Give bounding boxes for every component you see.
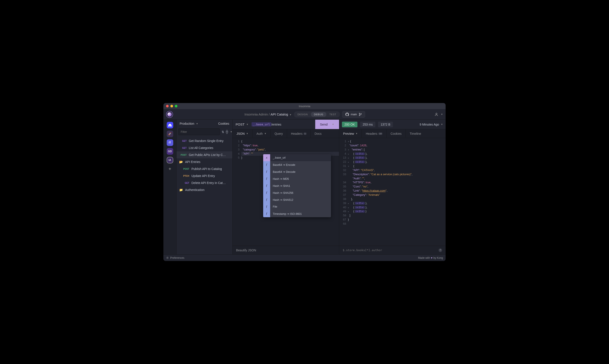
function-kind-icon: ƒ — [263, 189, 270, 196]
titlebar: Insomnia — [163, 103, 446, 109]
chevron-down-icon: ▼ — [196, 122, 198, 125]
method-badge: POST — [179, 154, 187, 156]
function-kind-icon: ƒ — [263, 210, 270, 217]
tab-timeline[interactable]: Timeline — [406, 129, 425, 138]
add-request-button[interactable]: + — [226, 130, 228, 134]
user-icon[interactable] — [435, 113, 438, 116]
tree-row[interactable]: GETList All Categories — [177, 144, 232, 151]
rail-workspace-gd[interactable]: GD — [167, 148, 173, 155]
close-icon[interactable] — [166, 105, 169, 107]
sort-icon[interactable]: ⇅ — [221, 130, 224, 134]
tree-folder[interactable]: 📁Authentication — [177, 186, 232, 193]
function-kind-icon: ƒ — [263, 175, 270, 182]
autocomplete-item[interactable]: ƒBase64 ⇒ Decode — [263, 168, 331, 175]
request-body-editor[interactable]: 1 2 3 4 5 { "https": true, "category": "… — [233, 138, 339, 246]
chevron-down-icon: ▼ — [441, 123, 443, 126]
history-dropdown[interactable]: 9 Minutes Ago▼ — [420, 123, 443, 126]
chevron-down-icon[interactable]: ▼ — [441, 113, 443, 116]
svg-point-0 — [359, 113, 360, 114]
variable-kind-icon: x — [263, 154, 270, 161]
request-tabs: JSON▼ Auth▼ Query Headers 1 Docs — [233, 129, 339, 138]
git-branch-button[interactable]: main — [342, 111, 365, 118]
tab-auth[interactable]: Auth▼ — [252, 129, 271, 138]
minimize-icon[interactable] — [170, 105, 173, 107]
breadcrumb-workspace: Insomnia Admin — [245, 112, 268, 116]
method-badge: GET — [179, 147, 187, 149]
url-variable-tag[interactable]: _.base_url — [252, 122, 271, 126]
code-content: ▾{ "count": 1426, ▾ "entries": [ ▸ { ↔ 7… — [348, 138, 446, 246]
help-icon[interactable]: ? — [439, 248, 442, 252]
rail-add-button[interactable]: + — [167, 166, 173, 172]
rail-rocket[interactable]: 🚀 — [167, 130, 173, 137]
tab-resp-cookies[interactable]: Cookies — [387, 129, 406, 138]
chevron-down-icon[interactable]: ▼ — [332, 123, 334, 126]
chevron-down-icon: ▼ — [246, 132, 248, 135]
svg-point-4 — [167, 257, 168, 258]
cookies-button[interactable]: Cookies — [218, 122, 229, 125]
chevron-down-icon: ▼ — [289, 114, 292, 116]
tree-row[interactable]: GETGet Random Single Entry — [177, 137, 232, 144]
autocomplete-item[interactable]: ƒFile — [263, 203, 331, 210]
autocomplete-item[interactable]: ƒHash ⇒ SHA256 — [263, 189, 331, 196]
tree-row[interactable]: POSTGet Public APIs List by C… — [177, 151, 232, 158]
chevron-down-icon: ▼ — [355, 132, 358, 135]
rail-home[interactable] — [167, 122, 173, 129]
tab-docs[interactable]: Docs — [311, 129, 325, 138]
environment-dropdown[interactable]: Production ▼ — [180, 122, 198, 125]
beautify-button[interactable]: Beautify JSON — [233, 246, 339, 254]
folder-open-icon: 📂 — [179, 160, 183, 164]
url-input[interactable]: _.base_url/entries — [252, 120, 315, 129]
app-window: Insomnia Insomnia Admin / API Catalog ▼ … — [163, 103, 446, 261]
response-body-editor[interactable]: 12341322313233 3435363738394049586768 ▾{… — [339, 138, 446, 246]
function-kind-icon: ƒ — [263, 182, 270, 189]
status-code-pill: 200 OK — [342, 122, 357, 127]
chevron-down-icon: ▼ — [264, 132, 266, 135]
filter-input[interactable] — [178, 129, 220, 135]
status-bar: 200 OK 253 ms 1372 B 9 Minutes Ago▼ — [339, 120, 446, 129]
rail-workspace-it[interactable]: IT — [167, 139, 173, 146]
response-size-pill: 1372 B — [378, 122, 393, 127]
chevron-down-icon[interactable]: ▼ — [230, 130, 232, 133]
function-kind-icon: ƒ — [263, 161, 270, 168]
autocomplete-item[interactable]: ƒHash ⇒ MD5 — [263, 175, 331, 182]
response-tabs: Preview▼ Headers 10 Cookies Timeline — [339, 129, 446, 138]
response-filter-row: ? — [339, 246, 446, 254]
method-badge: PTCH — [182, 175, 189, 177]
maximize-icon[interactable] — [175, 105, 177, 107]
tree-row[interactable]: POSTPublish API to Catalog — [177, 165, 232, 172]
preferences-button[interactable]: Preferences — [170, 256, 184, 260]
app-logo[interactable] — [166, 111, 173, 118]
sidebar: Production ▼ Cookies ⇅ + ▼ GETGet Random… — [177, 120, 233, 254]
autocomplete-item[interactable]: ƒTimestamp ⇒ ISO-8601 — [263, 210, 331, 217]
tab-debug[interactable]: DEBUG — [311, 112, 326, 117]
send-button[interactable]: Send ▼ — [315, 120, 339, 129]
heart-icon: ♥ — [431, 256, 432, 260]
tree-folder[interactable]: 📂API Entries — [177, 158, 232, 165]
tab-preview[interactable]: Preview▼ — [339, 129, 362, 138]
window-title: Insomnia — [299, 104, 311, 108]
line-gutter: 1 2 3 4 5 — [233, 138, 241, 246]
gear-icon — [166, 256, 169, 259]
request-panel: POST ▼ _.base_url/entries Send ▼ JSON▼ A… — [233, 120, 339, 254]
branch-icon — [359, 113, 362, 116]
tab-resp-headers[interactable]: Headers 10 — [362, 129, 387, 138]
tree-row[interactable]: GETDelete API Entry in Cat… — [177, 179, 232, 186]
autocomplete-item[interactable]: ƒBase64 ⇒ Encode — [263, 161, 331, 168]
tab-body[interactable]: JSON▼ — [233, 129, 252, 138]
tab-test[interactable]: TEST — [326, 112, 339, 117]
tab-headers[interactable]: Headers 1 — [287, 129, 311, 138]
chevron-down-icon: ▼ — [246, 123, 248, 126]
function-kind-icon: ƒ — [263, 196, 270, 203]
autocomplete-item[interactable]: x_.base_url — [263, 154, 331, 161]
tab-query[interactable]: Query — [271, 129, 287, 138]
autocomplete-item[interactable]: ƒHash ⇒ SHA512 — [263, 196, 331, 203]
tab-design[interactable]: DESIGN — [294, 112, 311, 117]
workspace-rail: 🚀 IT GD IA + — [163, 120, 177, 254]
autocomplete-item[interactable]: ƒHash ⇒ SHA1 — [263, 182, 331, 189]
rail-workspace-ia[interactable]: IA — [167, 157, 173, 163]
jsonpath-filter-input[interactable] — [343, 248, 437, 252]
method-dropdown[interactable]: POST ▼ — [233, 120, 252, 129]
tree-row[interactable]: PTCHUpdate API Entry — [177, 172, 232, 179]
breadcrumb[interactable]: Insomnia Admin / API Catalog ▼ — [245, 112, 292, 116]
git-branch-label: main — [351, 113, 357, 116]
